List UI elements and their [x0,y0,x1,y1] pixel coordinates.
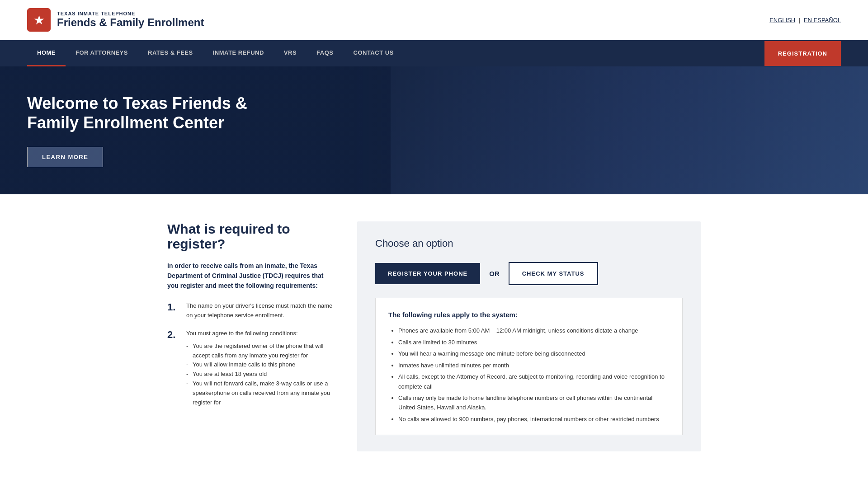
check-status-button[interactable]: CHECK MY STATUS [509,262,598,285]
site-header: ★ TEXAS INMATE TELEPHONE Friends & Famil… [0,0,868,40]
nav-item-faqs[interactable]: FAQS [307,40,343,66]
requirements-title: What is required to register? [167,221,335,251]
hero-section: Welcome to Texas Friends & Family Enroll… [0,66,868,194]
or-text: OR [489,270,500,277]
rules-list: Phones are available from 5:00 AM – 12:0… [388,326,670,424]
logo-star-icon: ★ [27,8,51,32]
choose-option-section: Choose an option REGISTER YOUR PHONE OR … [357,221,701,451]
hero-bg [391,66,868,194]
rule-item: Inmates have unlimited minutes per month [398,361,670,370]
conditions-list: You are the registered owner of the phon… [186,342,335,408]
option-buttons: REGISTER YOUR PHONE OR CHECK MY STATUS [375,262,683,285]
hero-content: Welcome to Texas Friends & Family Enroll… [27,94,271,167]
requirement-1: 1. The name on your driver's license mus… [167,301,335,319]
register-phone-button[interactable]: REGISTER YOUR PHONE [375,263,480,284]
learn-more-button[interactable]: LEARN MORE [27,147,103,167]
registration-button[interactable]: REGISTRATION [764,41,841,66]
rule-item: All calls, except to the Attorney of Rec… [398,372,670,391]
condition-item: You will allow inmate calls to this phon… [186,360,335,370]
nav-item-attorneys[interactable]: FOR ATTORNEYS [66,40,138,66]
rule-item: Phones are available from 5:00 AM – 12:0… [398,326,670,335]
rule-item: You will hear a warning message one minu… [398,349,670,358]
main-nav: HOME FOR ATTORNEYS RATES & FEES INMATE R… [0,40,868,66]
main-content: What is required to register? In order t… [140,194,728,469]
lang-separator: | [799,17,800,23]
rules-box: The following rules apply to the system:… [375,298,683,435]
condition-item: You are the registered owner of the phon… [186,342,335,361]
nav-links: HOME FOR ATTORNEYS RATES & FEES INMATE R… [27,40,404,66]
req-number-2: 2. [167,329,180,408]
logo-bottom-text: Friends & Family Enrollment [57,16,204,29]
nav-item-home[interactable]: HOME [27,40,66,66]
req-number-1: 1. [167,301,180,319]
req-text-1: The name on your driver's license must m… [186,301,335,319]
requirements-section: What is required to register? In order t… [167,221,357,451]
logo: ★ TEXAS INMATE TELEPHONE Friends & Famil… [27,8,204,32]
nav-item-contact[interactable]: CONTACT US [344,40,404,66]
rules-title: The following rules apply to the system: [388,311,670,319]
english-link[interactable]: ENGLISH [769,17,795,23]
rule-item: Calls are limited to 30 minutes [398,338,670,347]
rule-item: No calls are allowed to 900 numbers, pay… [398,414,670,424]
logo-top-text: TEXAS INMATE TELEPHONE [57,11,204,16]
condition-item: You are at least 18 years old [186,370,335,379]
requirement-2: 2. You must agree to the following condi… [167,329,335,408]
req-text-2: You must agree to the following conditio… [186,330,298,337]
language-switcher: ENGLISH | EN ESPAÑOL [769,17,841,23]
nav-item-vrs[interactable]: VRS [274,40,307,66]
logo-text: TEXAS INMATE TELEPHONE Friends & Family … [57,11,204,29]
nav-item-rates[interactable]: RATES & FEES [138,40,203,66]
requirements-description: In order to receive calls from an inmate… [167,261,335,291]
hero-title: Welcome to Texas Friends & Family Enroll… [27,94,271,132]
nav-item-inmate-refund[interactable]: INMATE REFUND [203,40,274,66]
choose-option-title: Choose an option [375,238,683,249]
spanish-link[interactable]: EN ESPAÑOL [804,17,841,23]
rule-item: Calls may only be made to home landline … [398,393,670,413]
condition-item: You will not forward calls, make 3-way c… [186,379,335,407]
